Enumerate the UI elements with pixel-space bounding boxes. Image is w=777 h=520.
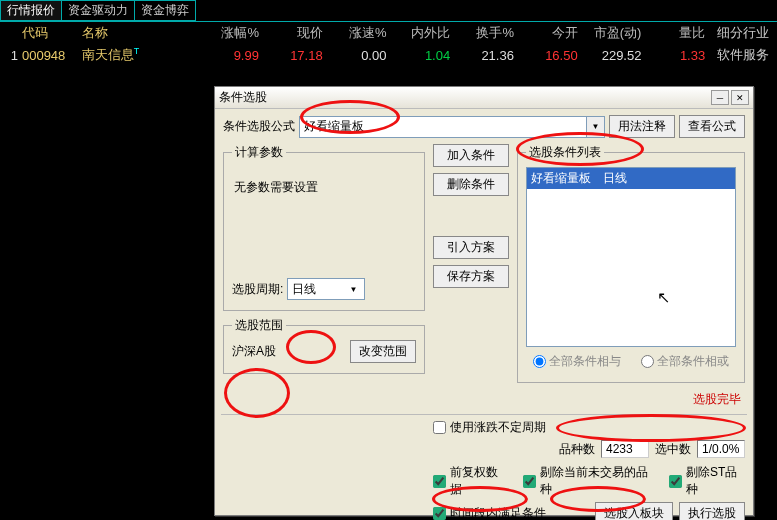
formula-combo[interactable]: ▼ — [299, 116, 605, 138]
grid-header: 代码 名称 涨幅% 现价 涨速% 内外比 换手% 今开 市盈(动) 量比 细分行… — [0, 22, 777, 44]
cell-vol: 1.33 — [647, 48, 711, 63]
change-scope-button[interactable]: 改变范围 — [350, 340, 416, 363]
period-select[interactable]: 日线 ▼ — [287, 278, 365, 300]
tab-fund-game[interactable]: 资金博弈 — [134, 0, 196, 21]
view-formula-button[interactable]: 查看公式 — [679, 115, 745, 138]
radio-or[interactable]: 全部条件相或 — [641, 353, 729, 370]
chk-excl-nontrade-label: 剔除当前未交易的品种 — [540, 464, 652, 498]
row-index: 1 — [2, 48, 22, 63]
col-industry[interactable]: 细分行业 — [711, 24, 775, 42]
dialog-title-text: 条件选股 — [219, 89, 267, 106]
col-price[interactable]: 现价 — [265, 24, 329, 42]
chevron-down-icon[interactable]: ▼ — [346, 285, 360, 294]
calc-legend: 计算参数 — [232, 144, 286, 161]
col-ratio[interactable]: 内外比 — [392, 24, 456, 42]
save-plan-button[interactable]: 保存方案 — [433, 265, 509, 288]
tab-fund-drive[interactable]: 资金驱动力 — [61, 0, 135, 21]
scope-fieldset: 选股范围 沪深A股 改变范围 — [223, 317, 425, 374]
col-spd[interactable]: 涨速% — [329, 24, 393, 42]
flag-sup: T — [134, 46, 140, 56]
cell-turn: 21.36 — [456, 48, 520, 63]
col-vol[interactable]: 量比 — [647, 24, 711, 42]
tabstrip: 行情报价 资金驱动力 资金博弈 — [0, 0, 777, 22]
grid-row[interactable]: 1 000948 南天信息T 9.99 17.18 0.00 1.04 21.3… — [0, 44, 777, 66]
col-open[interactable]: 今开 — [520, 24, 584, 42]
col-code[interactable]: 代码 — [22, 24, 82, 42]
period-value: 日线 — [292, 281, 316, 298]
tab-quotes[interactable]: 行情报价 — [0, 0, 62, 21]
col-name[interactable]: 名称 — [82, 24, 202, 42]
cell-name: 南天信息T — [82, 46, 202, 64]
dialog-titlebar[interactable]: 条件选股 ─ ✕ — [215, 87, 753, 109]
import-plan-button[interactable]: 引入方案 — [433, 236, 509, 259]
cell-spd: 0.00 — [329, 48, 393, 63]
scope-legend: 选股范围 — [232, 317, 286, 334]
radio-and[interactable]: 全部条件相与 — [533, 353, 621, 370]
col-chgpct[interactable]: 涨幅% — [201, 24, 265, 42]
stat-hits-value: 1/0.0% — [697, 440, 745, 458]
condition-listbox[interactable]: 好看缩量板 日线 ↖ — [526, 167, 736, 347]
formula-input[interactable] — [299, 116, 587, 138]
cell-open: 16.50 — [520, 48, 584, 63]
close-icon[interactable]: ✕ — [731, 90, 749, 105]
chk-uncertain-period[interactable] — [433, 421, 446, 434]
del-cond-button[interactable]: 删除条件 — [433, 173, 509, 196]
condition-dialog: 条件选股 ─ ✕ 条件选股公式 ▼ 用法注释 查看公式 计算参数 无参数需要设置… — [214, 86, 754, 516]
period-label: 选股周期: — [232, 281, 283, 298]
execute-button[interactable]: 执行选股 — [679, 502, 745, 520]
no-param-text: 无参数需要设置 — [232, 167, 416, 266]
formula-label: 条件选股公式 — [223, 118, 295, 135]
chevron-down-icon[interactable]: ▼ — [587, 116, 605, 138]
col-pe[interactable]: 市盈(动) — [584, 24, 648, 42]
chk-excl-st-label: 剔除ST品种 — [686, 464, 745, 498]
cell-chgpct: 9.99 — [201, 48, 265, 63]
chk-time-range[interactable] — [433, 507, 446, 520]
status-done: 选股完毕 — [433, 391, 741, 408]
calc-params-fieldset: 计算参数 无参数需要设置 选股周期: 日线 ▼ — [223, 144, 425, 311]
chk-excl-st[interactable] — [669, 475, 682, 488]
quote-grid: 代码 名称 涨幅% 现价 涨速% 内外比 换手% 今开 市盈(动) 量比 细分行… — [0, 22, 777, 66]
cell-industry: 软件服务 — [711, 46, 775, 64]
to-block-button[interactable]: 选股入板块 — [595, 502, 673, 520]
chk-forward-adj[interactable] — [433, 475, 446, 488]
scope-value: 沪深A股 — [232, 343, 276, 360]
cell-code: 000948 — [22, 48, 82, 63]
condlist-fieldset: 选股条件列表 好看缩量板 日线 ↖ 全部条件相与 全部条件相或 — [517, 144, 745, 383]
cursor-icon: ↖ — [657, 288, 670, 307]
condlist-legend: 选股条件列表 — [526, 144, 604, 161]
stat-hits-label: 选中数 — [655, 441, 691, 458]
chk-fq-label: 前复权数据 — [450, 464, 506, 498]
chk-time-label: 时间段内满足条件 — [450, 505, 546, 520]
cell-price: 17.18 — [265, 48, 329, 63]
stat-varieties-value: 4233 — [601, 440, 649, 458]
stat-varieties-label: 品种数 — [559, 441, 595, 458]
chk-excl-nontrade[interactable] — [523, 475, 536, 488]
cell-ratio: 1.04 — [392, 48, 456, 63]
col-turn[interactable]: 换手% — [456, 24, 520, 42]
chk-uncertain-label: 使用涨跌不定周期 — [450, 419, 546, 436]
condition-item[interactable]: 好看缩量板 日线 — [527, 168, 735, 189]
usage-button[interactable]: 用法注释 — [609, 115, 675, 138]
add-cond-button[interactable]: 加入条件 — [433, 144, 509, 167]
minimize-icon[interactable]: ─ — [711, 90, 729, 105]
cell-pe: 229.52 — [584, 48, 648, 63]
